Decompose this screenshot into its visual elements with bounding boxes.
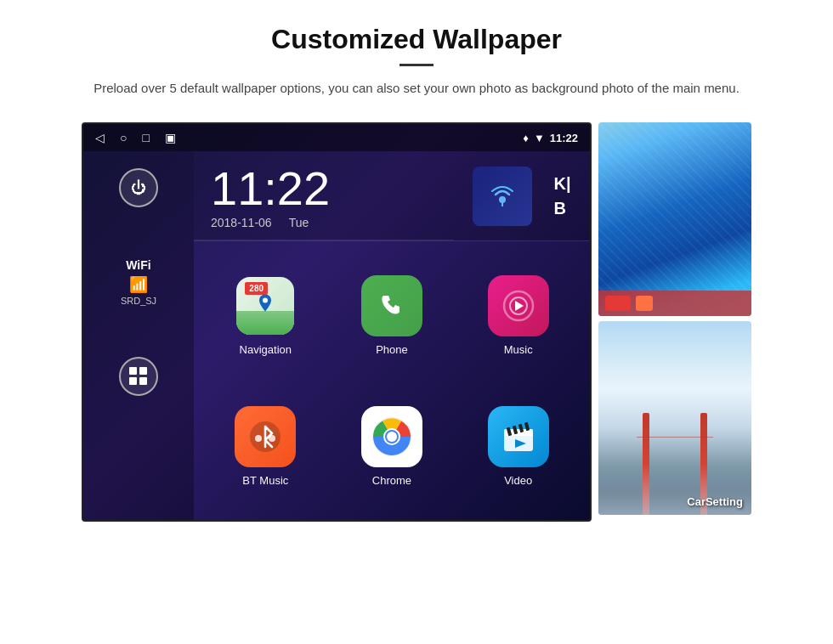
video-label: Video bbox=[504, 474, 532, 487]
left-sidebar: ⏻ WiFi 📶 SRD_SJ bbox=[83, 151, 194, 520]
android-screen: ◁ ○ □ ▣ ♦ ▼ 11:22 ⏻ WiFi 📶 SRD_SJ bbox=[82, 122, 592, 522]
wifi-status-icon: ▼ bbox=[534, 132, 545, 144]
svg-rect-3 bbox=[139, 377, 147, 385]
center-area: 11:22 2018-11-06 Tue bbox=[194, 151, 590, 520]
page-header: Customized Wallpaper Preload over 5 defa… bbox=[0, 0, 833, 114]
svg-point-6 bbox=[263, 297, 268, 302]
apps-grid-button[interactable] bbox=[119, 357, 158, 396]
radio-widget[interactable] bbox=[473, 167, 532, 226]
wifi-block: WiFi 📶 SRD_SJ bbox=[121, 258, 156, 306]
ki-label: K| bbox=[553, 174, 570, 194]
title-divider bbox=[400, 64, 434, 66]
app-grid: 280 Navigation bbox=[194, 241, 590, 520]
wallpaper-panels: CarSetting bbox=[598, 122, 751, 515]
app-chrome[interactable]: Chrome bbox=[329, 381, 456, 511]
status-time: 11:22 bbox=[550, 132, 578, 144]
wifi-label: WiFi bbox=[121, 258, 156, 272]
svg-point-10 bbox=[255, 435, 262, 442]
page-description: Preload over 5 default wallpaper options… bbox=[68, 78, 765, 99]
music-label: Music bbox=[504, 343, 533, 356]
music-icon bbox=[488, 275, 549, 336]
app-music[interactable]: Music bbox=[455, 250, 581, 381]
widget-area: K| B bbox=[454, 151, 590, 240]
back-icon[interactable]: ◁ bbox=[95, 131, 105, 144]
app-video[interactable]: Video bbox=[455, 381, 581, 511]
svg-point-16 bbox=[387, 432, 397, 442]
main-content: ◁ ○ □ ▣ ♦ ▼ 11:22 ⏻ WiFi 📶 SRD_SJ bbox=[0, 114, 833, 522]
btmusic-label: BT Music bbox=[242, 474, 288, 487]
svg-rect-1 bbox=[139, 367, 147, 375]
video-icon bbox=[488, 406, 549, 467]
quick-labels: K| B bbox=[553, 174, 570, 218]
btmusic-icon bbox=[235, 406, 296, 467]
chrome-icon bbox=[361, 406, 422, 467]
small-bar bbox=[598, 291, 751, 316]
wifi-ssid: SRD_SJ bbox=[121, 296, 156, 306]
power-button[interactable]: ⏻ bbox=[119, 168, 158, 207]
b-label: B bbox=[553, 199, 570, 218]
gps-icon: ♦ bbox=[523, 132, 529, 144]
wifi-bars-icon: 📶 bbox=[121, 275, 156, 294]
status-right: ♦ ▼ 11:22 bbox=[523, 132, 578, 144]
wallpaper-bridge[interactable]: CarSetting bbox=[598, 321, 751, 515]
app-navigation[interactable]: 280 Navigation bbox=[202, 250, 329, 381]
clock-date: 2018-11-06 Tue bbox=[211, 216, 437, 229]
app-btmusic[interactable]: BT Music bbox=[202, 381, 329, 511]
page-title: Customized Wallpaper bbox=[68, 24, 765, 55]
chrome-label: Chrome bbox=[372, 474, 411, 487]
svg-rect-0 bbox=[129, 367, 137, 375]
svg-point-11 bbox=[269, 435, 275, 442]
phone-icon bbox=[361, 275, 422, 336]
recent-icon[interactable]: □ bbox=[142, 131, 149, 144]
carsetting-label: CarSetting bbox=[687, 495, 743, 508]
nav-icons: ◁ ○ □ ▣ bbox=[95, 131, 176, 144]
wallpaper-ice[interactable] bbox=[598, 122, 751, 316]
screen-content: ⏻ WiFi 📶 SRD_SJ bbox=[83, 151, 590, 520]
status-bar: ◁ ○ □ ▣ ♦ ▼ 11:22 bbox=[83, 124, 590, 151]
home-icon[interactable]: ○ bbox=[120, 131, 127, 144]
day-value: Tue bbox=[289, 216, 309, 229]
phone-label: Phone bbox=[376, 343, 408, 356]
screenshot-icon[interactable]: ▣ bbox=[165, 131, 176, 144]
clock-area: 11:22 2018-11-06 Tue bbox=[194, 151, 454, 240]
svg-rect-2 bbox=[129, 377, 137, 385]
app-phone[interactable]: Phone bbox=[329, 250, 456, 381]
navigation-icon: 280 bbox=[236, 277, 294, 335]
navigation-label: Navigation bbox=[240, 343, 292, 356]
clock-time: 11:22 bbox=[211, 165, 437, 212]
date-value: 2018-11-06 bbox=[211, 216, 272, 229]
